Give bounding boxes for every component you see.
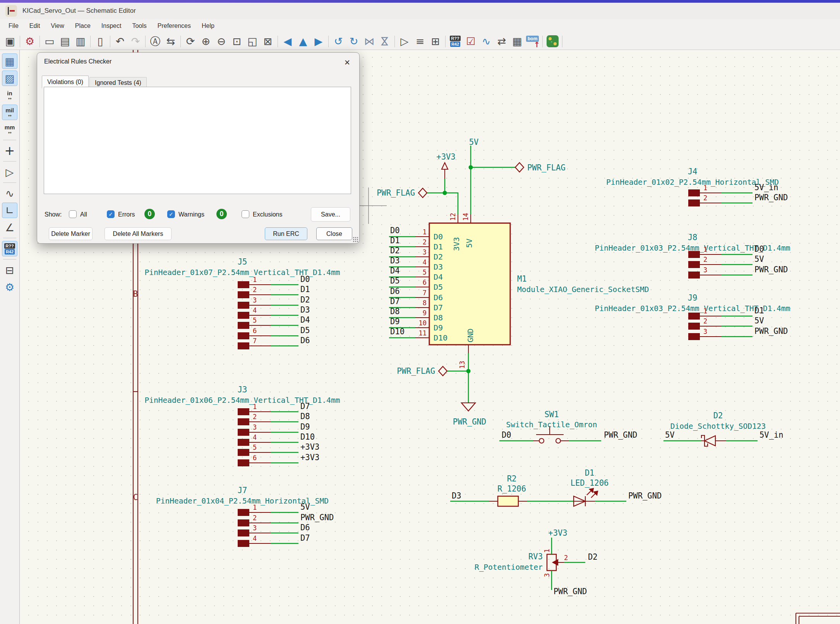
ref-label[interactable]: RV3 <box>528 552 543 561</box>
pad[interactable] <box>238 408 249 415</box>
pin-label[interactable]: 12 <box>449 213 457 221</box>
ref-label[interactable]: PinHeader_01x06_P2.54mm_Vertical_THT_D1.… <box>145 396 340 405</box>
ref-label[interactable]: D5 <box>434 282 443 292</box>
pwr-flag-diamond[interactable] <box>439 366 447 376</box>
net-label[interactable]: D1 <box>754 306 764 315</box>
power-3v3-arrow[interactable] <box>442 163 448 169</box>
net-label[interactable]: PWR_GND <box>554 587 587 596</box>
pin-label[interactable]: 7 <box>253 337 257 345</box>
close-icon[interactable]: ✕ <box>341 57 353 68</box>
pad[interactable] <box>238 291 249 298</box>
ref-label[interactable]: R2 <box>507 474 517 483</box>
net-label[interactable]: PWR_GND <box>604 430 637 440</box>
pin-label[interactable]: 2 <box>253 514 257 522</box>
pad[interactable] <box>238 509 249 516</box>
ref-label[interactable]: D4 <box>434 272 443 282</box>
pin-label[interactable]: 1 <box>703 246 707 253</box>
net-label[interactable]: 5V <box>665 430 675 440</box>
net-label[interactable]: PWR_GND <box>628 491 662 500</box>
net-label[interactable]: PWR_GND <box>754 265 788 274</box>
net-label[interactable]: D3 <box>390 256 400 265</box>
ref-label[interactable]: D3 <box>434 262 443 272</box>
pin-label[interactable]: 1 <box>253 403 257 411</box>
ref-label[interactable]: J7 <box>238 486 247 495</box>
filter-exclusions-checkbox[interactable] <box>242 210 249 218</box>
net-label[interactable]: D8 <box>300 412 310 421</box>
pad[interactable] <box>238 429 249 436</box>
pad[interactable] <box>688 199 700 206</box>
pin-label[interactable]: 9 <box>423 309 427 317</box>
net-label[interactable]: D0 <box>390 226 400 235</box>
net-label[interactable]: D7 <box>300 533 310 543</box>
ref-label[interactable]: PinHeader_01x02_P2.54mm_Horizontal_SMD <box>606 178 779 187</box>
pin-label[interactable]: 2 <box>703 194 707 202</box>
delete-all-markers-button[interactable]: Delete All Markers <box>105 227 171 240</box>
filter-all-checkbox[interactable] <box>69 210 77 218</box>
pad[interactable] <box>238 449 249 456</box>
pad[interactable] <box>688 251 700 258</box>
filter-warnings-checkbox[interactable]: ✓ <box>167 210 175 218</box>
ref-label[interactable]: J3 <box>238 385 247 394</box>
ref-label[interactable]: D0 <box>434 232 443 241</box>
net-label[interactable]: D9 <box>390 317 400 326</box>
net-label[interactable]: D4 <box>300 315 310 325</box>
pin-label[interactable]: 2 <box>703 317 707 325</box>
net-label[interactable]: D3 <box>452 491 461 500</box>
pin-label[interactable]: 3 <box>253 524 257 532</box>
ref-label[interactable]: J9 <box>688 293 698 303</box>
pad[interactable] <box>238 322 249 329</box>
ref-label[interactable]: PWR_FLAG <box>527 163 566 172</box>
pin-label[interactable]: 11 <box>419 329 427 337</box>
ref-label[interactable]: Module_XIAO_Generic_SocketSMD <box>517 285 649 294</box>
violations-list[interactable] <box>44 87 351 194</box>
net-label[interactable]: D7 <box>390 297 400 306</box>
pin-label[interactable]: 3 <box>423 248 427 256</box>
ref-label[interactable]: D7 <box>434 303 443 312</box>
ref-label[interactable]: PinHeader_01x07_P2.54mm_Vertical_THT_D1.… <box>145 268 340 277</box>
pad[interactable] <box>238 418 249 425</box>
net-label[interactable]: D7 <box>300 402 310 411</box>
pwr-gnd-symbol[interactable] <box>461 403 475 411</box>
pad[interactable] <box>688 189 700 196</box>
pin-label[interactable]: 4 <box>253 306 257 314</box>
pin-label[interactable]: 10 <box>419 319 427 327</box>
pad[interactable] <box>238 342 249 349</box>
pin-label[interactable]: 5 <box>253 316 257 324</box>
net-label[interactable]: D3 <box>300 305 310 315</box>
pin-label[interactable]: 7 <box>423 289 427 297</box>
pin-label[interactable]: 2 <box>253 413 257 421</box>
pin-label[interactable]: 4 <box>253 433 257 441</box>
switch-contact[interactable] <box>556 438 561 443</box>
net-label[interactable]: PWR_GND <box>754 327 788 336</box>
resistor-body[interactable] <box>498 496 518 506</box>
pad[interactable] <box>688 261 700 268</box>
pin-label[interactable]: 1 <box>253 276 257 284</box>
pad[interactable] <box>238 540 249 547</box>
frame-label[interactable]: B <box>133 289 138 299</box>
net-label[interactable]: D1 <box>300 285 310 294</box>
ref-label[interactable]: J4 <box>688 167 698 176</box>
ref-label[interactable]: +3V3 <box>548 528 567 538</box>
net-label[interactable]: 5V_in <box>754 183 778 192</box>
net-label[interactable]: D10 <box>390 327 405 336</box>
pin-label[interactable]: 1 <box>543 549 551 553</box>
pin-label[interactable]: 13 <box>458 361 466 369</box>
ref-label[interactable]: D1 <box>585 468 595 478</box>
net-label[interactable]: D6 <box>390 287 400 296</box>
pin-label[interactable]: 2 <box>564 554 568 562</box>
ref-label[interactable]: D1 <box>434 242 443 251</box>
net-label[interactable]: D6 <box>300 336 310 345</box>
net-label[interactable]: +3V3 <box>300 442 319 452</box>
net-label[interactable]: D5 <box>390 276 400 285</box>
ref-label[interactable]: R_Potentiometer <box>475 563 543 572</box>
net-label[interactable]: D0 <box>754 244 764 254</box>
run-erc-button[interactable]: Run ERC <box>265 227 307 240</box>
pin-label[interactable]: 5 <box>423 268 427 276</box>
pin-label[interactable]: 5 <box>253 444 257 451</box>
ref-label[interactable]: Switch_Tactile_Omron <box>506 420 597 429</box>
pad[interactable] <box>688 313 700 320</box>
pin-label[interactable]: 3 <box>703 328 707 335</box>
pin-label[interactable]: 3 <box>703 266 707 274</box>
ref-label[interactable]: GND <box>466 328 475 342</box>
ref-label[interactable]: D9 <box>434 323 443 332</box>
